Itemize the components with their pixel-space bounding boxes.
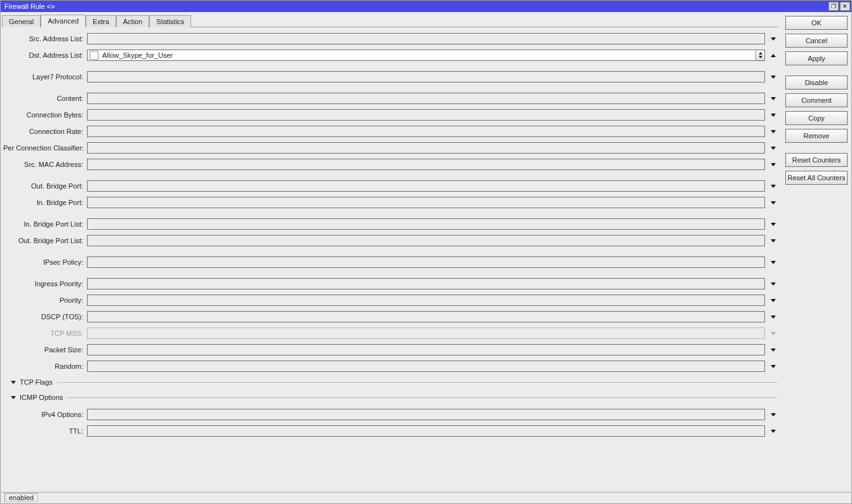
row-dst-address-list: Dst. Address List: Allow_Skype_for_User [3,49,778,62]
tab-statistics[interactable]: Statistics [149,15,191,27]
expand-connection-rate[interactable] [769,127,778,136]
ok-button[interactable]: OK [785,16,848,30]
reset-all-counters-button[interactable]: Reset All Counters [785,171,848,185]
chevron-down-icon [771,348,776,352]
input-connection-rate[interactable] [87,126,765,137]
chevron-down-icon [771,223,776,226]
expand-content[interactable] [769,94,778,103]
input-out-bridge-port[interactable] [87,180,765,192]
row-dscp-tos: DSCP (TOS): [3,310,778,323]
tab-action[interactable]: Action [116,15,150,27]
invert-checkbox-dst-address-list[interactable] [90,51,98,60]
input-ttl[interactable] [87,425,765,437]
section-tcp-flags-title: TCP Flags [20,378,53,386]
label-out-bridge-port: Out. Bridge Port: [3,182,87,190]
input-ipsec-policy[interactable] [87,256,765,268]
chevron-up-icon [771,54,776,57]
expand-src-mac[interactable] [769,160,778,169]
chevron-down-icon [771,114,776,117]
status-text: enabled [4,493,38,502]
window-title: Firewall Rule <> [4,1,829,12]
expand-pcc[interactable] [769,143,778,152]
dropdown-dst-address-list[interactable] [755,50,764,60]
chevron-down-icon [771,261,776,264]
label-in-bridge-port-list: In. Bridge Port List: [3,220,87,228]
input-dscp-tos[interactable] [87,311,765,322]
chevron-down-icon [771,147,776,150]
tab-advanced[interactable]: Advanced [41,15,86,27]
section-tcp-flags[interactable]: TCP Flags [3,376,778,388]
row-out-bridge-port: Out. Bridge Port: [3,180,778,192]
expand-ingress-priority[interactable] [769,279,778,288]
chevron-down-icon [771,37,776,41]
close-icon[interactable]: ✕ [840,2,850,11]
expand-ttl[interactable] [769,427,778,435]
copy-button[interactable]: Copy [785,111,848,125]
input-ipv4-options[interactable] [87,409,765,420]
disable-button[interactable]: Disable [785,76,848,90]
apply-button[interactable]: Apply [785,51,848,65]
input-dst-address-list[interactable]: Allow_Skype_for_User [87,50,765,61]
chevron-down-icon [771,239,776,242]
chevron-down-icon [771,163,776,166]
restore-icon[interactable]: ❐ [829,2,839,11]
row-tcp-mss: TCP MSS: [3,327,778,340]
expand-priority[interactable] [769,296,778,305]
label-connection-bytes: Connection Bytes: [3,111,87,119]
tab-general[interactable]: General [2,15,41,27]
input-content[interactable] [87,93,765,104]
label-pcc: Per Connection Classifier: [3,144,87,152]
input-pcc[interactable] [87,142,765,154]
input-packet-size[interactable] [87,344,765,355]
expand-dscp-tos[interactable] [769,312,778,321]
expand-ipv4-options[interactable] [769,410,778,419]
row-ingress-priority: Ingress Priority: [3,277,778,290]
comment-button[interactable]: Comment [785,93,848,107]
tab-extra[interactable]: Extra [86,15,116,27]
input-layer7-protocol[interactable] [87,71,765,83]
row-random: Random: [3,360,778,373]
label-ttl: TTL: [3,427,87,435]
divider [57,382,778,383]
expand-in-bridge-port[interactable] [769,198,778,207]
chevron-down-icon [771,365,776,368]
label-packet-size: Packet Size: [3,346,87,354]
expand-out-bridge-port[interactable] [769,182,778,190]
row-layer7-protocol: Layer7 Protocol: [3,70,778,83]
row-content: Content: [3,92,778,105]
chevron-down-icon [771,185,776,188]
input-connection-bytes[interactable] [87,109,765,121]
cancel-button[interactable]: Cancel [785,34,848,48]
input-priority[interactable] [87,295,765,306]
label-random: Random: [3,362,87,370]
row-ttl: TTL: [3,425,778,437]
remove-button[interactable]: Remove [785,129,848,143]
expand-ipsec-policy[interactable] [769,258,778,267]
collapse-dst-address-list[interactable] [769,51,778,60]
input-src-address-list[interactable] [87,33,765,44]
label-src-address-list: Src. Address List: [3,35,87,43]
titlebar: Firewall Rule <> ❐ ✕ [1,1,851,12]
section-icmp-options[interactable]: ICMP Options [3,392,778,403]
expand-random[interactable] [769,362,778,371]
input-in-bridge-port[interactable] [87,197,765,208]
input-src-mac[interactable] [87,159,765,170]
form-rows: Src. Address List: Dst. Address List: Al… [2,27,779,489]
chevron-down-icon [11,381,16,384]
reset-counters-button[interactable]: Reset Counters [785,153,848,167]
input-random[interactable] [87,361,765,372]
input-in-bridge-port-list[interactable] [87,218,765,230]
label-ipv4-options: IPv4 Options: [3,411,87,418]
input-ingress-priority[interactable] [87,278,765,289]
label-ipsec-policy: IPsec Policy: [3,258,87,266]
expand-out-bridge-port-list[interactable] [769,236,778,245]
right-panel: OK Cancel Apply Disable Comment Copy Rem… [783,12,851,492]
label-connection-rate: Connection Rate: [3,128,87,135]
expand-connection-bytes[interactable] [769,110,778,119]
expand-src-address-list[interactable] [769,34,778,43]
expand-packet-size[interactable] [769,345,778,354]
expand-in-bridge-port-list[interactable] [769,220,778,229]
expand-layer7-protocol[interactable] [769,72,778,81]
row-connection-bytes: Connection Bytes: [3,109,778,121]
input-out-bridge-port-list[interactable] [87,235,765,246]
